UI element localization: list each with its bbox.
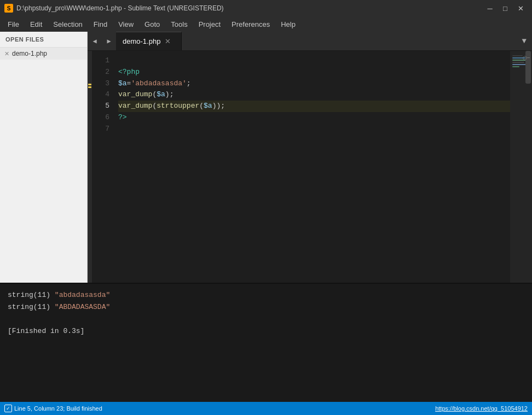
tab-menu-button[interactable]: ▼ [517, 32, 532, 50]
code-line-3: $a='abdadasasda'; [118, 78, 510, 90]
code-line-4: var_dump($a); [118, 89, 510, 101]
line-num-active: 5 [92, 101, 109, 112]
line-num: 6 [92, 112, 109, 124]
menu-item-preferences[interactable]: Preferences [226, 19, 275, 30]
menu-item-help[interactable]: Help [275, 19, 301, 30]
title-text: D:\phpstudy_pro\WWW\demo-1.php - Sublime… [16, 4, 482, 12]
output-panel: string(11) "abdadasasda" string(11) "ABD… [0, 283, 532, 402]
menu-item-tools[interactable]: Tools [165, 19, 193, 30]
status-icon: ✓ [4, 405, 12, 412]
line-num: 2 [92, 67, 109, 78]
code-content[interactable]: <?php $a='abdadasasda'; var_dump($a); va… [114, 51, 510, 283]
code-line-7 [118, 124, 510, 135]
file-close-icon[interactable]: ✕ [4, 50, 9, 57]
menu-item-edit[interactable]: Edit [25, 19, 48, 30]
code-line-6: ?> [118, 112, 510, 124]
menu-item-selection[interactable]: Selection [48, 19, 88, 30]
tab-bar: ◀ ▶ demo-1.php ✕ ▼ [88, 32, 532, 51]
output-line-finished: [Finished in 0.3s] [8, 325, 524, 337]
minimap-icon: ⬡─ [523, 55, 530, 61]
tab-nav-right[interactable]: ▶ [102, 32, 116, 50]
sidebar: OPEN FILES ✕ demo-1.php [0, 32, 88, 283]
sidebar-file-item[interactable]: ✕ demo-1.php [0, 48, 87, 60]
gutter-marker [88, 84, 91, 85]
menu-item-project[interactable]: Project [193, 19, 226, 30]
sidebar-header: OPEN FILES [0, 32, 87, 48]
tab-demo-1[interactable]: demo-1.php ✕ [116, 32, 182, 50]
output-line-blank [8, 313, 524, 325]
app-icon: S [4, 4, 13, 13]
status-text: Line 5, Column 23; Build finished [14, 405, 102, 412]
output-content: string(11) "abdadasasda" string(11) "ABD… [0, 284, 532, 402]
menu-item-goto[interactable]: Goto [139, 19, 165, 30]
gutter-marker [88, 86, 91, 88]
output-line-2: string(11) "ABDADASASDA" [8, 301, 524, 313]
output-line-1: string(11) "abdadasasda" [8, 289, 524, 301]
line-numbers: 1 2 3 4 5 6 7 [92, 51, 114, 283]
gutter-marker-bar [88, 51, 92, 283]
code-line-2: <?php [118, 67, 510, 78]
line-num: 4 [92, 89, 109, 101]
code-line-1 [118, 55, 510, 67]
tab-label: demo-1.php [123, 37, 160, 45]
line-num: 7 [92, 124, 109, 135]
minimap: ⬡─ [510, 51, 532, 283]
code-line-5: var_dump(strtoupper($a)); [118, 101, 510, 112]
sidebar-filename: demo-1.php [12, 50, 47, 57]
line-num: 3 [92, 78, 109, 90]
main-content: OPEN FILES ✕ demo-1.php ◀ ▶ demo-1.php ✕… [0, 32, 532, 402]
status-right: https://blog.csdn.net/qq_51054912 [435, 405, 528, 412]
minimize-button[interactable]: ─ [483, 3, 497, 14]
menu-item-file[interactable]: File [2, 19, 25, 30]
menu-item-view[interactable]: View [113, 19, 139, 30]
tab-nav-left[interactable]: ◀ [88, 32, 102, 50]
line-num: 1 [92, 55, 109, 67]
status-left: ✓ Line 5, Column 23; Build finished [4, 405, 102, 412]
tab-close-icon[interactable]: ✕ [165, 37, 171, 45]
menu-bar: FileEditSelectionFindViewGotoToolsProjec… [0, 16, 532, 32]
status-bar: ✓ Line 5, Column 23; Build finished http… [0, 402, 532, 415]
maximize-button[interactable]: □ [498, 3, 512, 14]
close-button[interactable]: ✕ [513, 3, 528, 14]
code-editor[interactable]: 1 2 3 4 5 6 7 <?php $a='abdadasasda'; va… [88, 51, 532, 283]
editor-area: OPEN FILES ✕ demo-1.php ◀ ▶ demo-1.php ✕… [0, 32, 532, 283]
title-bar: S D:\phpstudy_pro\WWW\demo-1.php - Subli… [0, 0, 532, 16]
menu-item-find[interactable]: Find [88, 19, 113, 30]
status-url[interactable]: https://blog.csdn.net/qq_51054912 [435, 405, 528, 412]
